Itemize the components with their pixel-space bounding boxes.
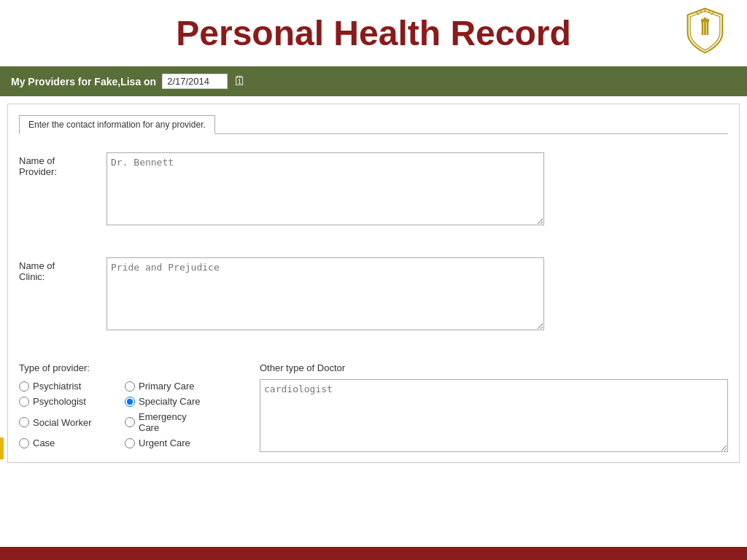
- left-accent: [0, 438, 4, 459]
- radio-psychologist-label: Psychologist: [33, 396, 86, 407]
- radio-urgent-care-label: Urgent Care: [139, 438, 190, 448]
- page-header: Personal Health Record: [0, 0, 747, 61]
- radio-grid: Psychiatrist Primary Care Psychologist S…: [19, 381, 245, 448]
- clinic-name-label: Name ofClinic:: [19, 257, 107, 282]
- radio-psychiatrist-label: Psychiatrist: [33, 381, 81, 392]
- calendar-icon[interactable]: 🗓: [233, 74, 247, 89]
- radio-social-worker-label: Social Worker: [33, 417, 92, 428]
- other-type-label: Other type of Doctor: [260, 362, 728, 373]
- radio-primary-care-label: Primary Care: [139, 381, 195, 392]
- radio-psychologist[interactable]: Psychologist: [19, 396, 125, 407]
- radio-psychologist-input[interactable]: [19, 397, 29, 407]
- radio-urgent-care[interactable]: Urgent Care: [125, 438, 231, 448]
- radio-specialty-care-label: Specialty Care: [139, 396, 201, 407]
- provider-name-textarea[interactable]: [107, 152, 544, 225]
- radio-emergency-input[interactable]: [125, 417, 135, 427]
- svg-rect-5: [702, 21, 704, 35]
- contact-info-tab[interactable]: Enter the contact information for any pr…: [19, 115, 215, 134]
- type-section: Type of provider: Psychiatrist Primary C…: [19, 355, 728, 462]
- page-title: Personal Health Record: [15, 13, 732, 53]
- bottom-bar: [0, 547, 747, 560]
- radio-primary-care-input[interactable]: [125, 381, 135, 392]
- clinic-name-textarea[interactable]: [107, 257, 544, 330]
- radio-urgent-care-input[interactable]: [125, 438, 135, 448]
- other-type-textarea[interactable]: [260, 379, 728, 452]
- radio-primary-care[interactable]: Primary Care: [125, 381, 231, 392]
- providers-bar: My Providers for Fake,Lisa on 🗓: [0, 66, 747, 96]
- type-right: Other type of Doctor: [260, 362, 728, 455]
- radio-specialty-care-input[interactable]: [125, 397, 135, 407]
- provider-name-row: Name ofProvider:: [19, 145, 728, 236]
- provider-name-wrapper: [107, 152, 544, 228]
- main-content: Enter the contact information for any pr…: [7, 104, 740, 463]
- radio-social-worker[interactable]: Social Worker: [19, 411, 125, 433]
- type-left: Type of provider: Psychiatrist Primary C…: [19, 362, 245, 448]
- svg-rect-7: [707, 21, 709, 35]
- radio-specialty-care[interactable]: Specialty Care: [125, 396, 231, 407]
- tab-bar: Enter the contact information for any pr…: [19, 115, 728, 134]
- providers-label: My Providers for Fake,Lisa on: [11, 76, 156, 88]
- radio-social-worker-input[interactable]: [19, 417, 29, 427]
- radio-emergency-label: EmergencyCare: [139, 411, 187, 433]
- radio-psychiatrist[interactable]: Psychiatrist: [19, 381, 125, 392]
- type-label-heading: Type of provider:: [19, 362, 245, 373]
- radio-psychiatrist-input[interactable]: [19, 381, 29, 392]
- provider-name-label: Name ofProvider:: [19, 152, 107, 177]
- logo-area: [681, 7, 732, 58]
- clinic-name-row: Name ofClinic:: [19, 250, 728, 341]
- radio-emergency-care[interactable]: EmergencyCare: [125, 411, 231, 433]
- radio-case-label: Case: [33, 438, 55, 448]
- svg-rect-6: [704, 20, 706, 35]
- radio-case-input[interactable]: [19, 438, 29, 448]
- providers-date-input[interactable]: [162, 74, 228, 89]
- clinic-name-wrapper: [107, 257, 544, 333]
- radio-case[interactable]: Case: [19, 438, 125, 448]
- svg-point-10: [706, 19, 709, 23]
